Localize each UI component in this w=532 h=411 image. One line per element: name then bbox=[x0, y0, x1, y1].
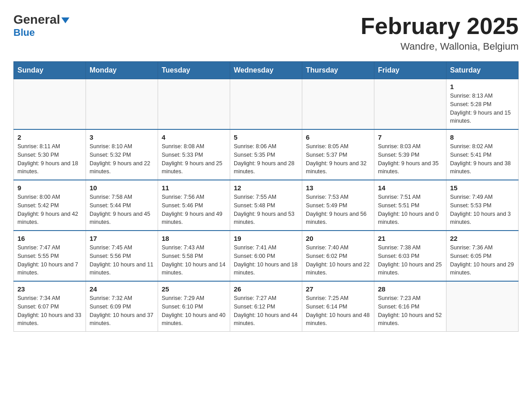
day-number: 18 bbox=[162, 235, 226, 242]
day-header-tuesday: Tuesday bbox=[158, 62, 230, 79]
calendar-cell: 12Sunrise: 7:55 AM Sunset: 5:48 PM Dayli… bbox=[230, 180, 302, 231]
page-header: General Blue February 2025 Wandre, Wallo… bbox=[13, 13, 519, 52]
day-number: 16 bbox=[17, 235, 82, 242]
day-info: Sunrise: 8:03 AM Sunset: 5:39 PM Dayligh… bbox=[378, 142, 442, 176]
day-number: 12 bbox=[234, 184, 298, 192]
day-number: 6 bbox=[306, 133, 370, 141]
week-row-1: 1Sunrise: 8:13 AM Sunset: 5:28 PM Daylig… bbox=[14, 79, 519, 130]
day-number: 19 bbox=[234, 235, 298, 242]
week-row-4: 16Sunrise: 7:47 AM Sunset: 5:55 PM Dayli… bbox=[14, 231, 519, 281]
day-info: Sunrise: 7:23 AM Sunset: 6:16 PM Dayligh… bbox=[378, 294, 442, 328]
day-info: Sunrise: 7:34 AM Sunset: 6:07 PM Dayligh… bbox=[17, 294, 82, 328]
calendar-cell bbox=[374, 79, 446, 130]
day-number: 27 bbox=[306, 285, 370, 293]
logo: General Blue bbox=[13, 13, 69, 39]
day-number: 7 bbox=[378, 133, 442, 141]
day-info: Sunrise: 7:43 AM Sunset: 5:58 PM Dayligh… bbox=[162, 244, 226, 277]
day-number: 20 bbox=[306, 235, 370, 242]
calendar-header-row: SundayMondayTuesdayWednesdayThursdayFrid… bbox=[14, 62, 519, 79]
day-number: 3 bbox=[90, 133, 154, 141]
day-info: Sunrise: 8:11 AM Sunset: 5:30 PM Dayligh… bbox=[17, 142, 82, 176]
day-header-saturday: Saturday bbox=[446, 62, 519, 79]
calendar-cell bbox=[14, 79, 86, 130]
calendar-cell: 8Sunrise: 8:02 AM Sunset: 5:41 PM Daylig… bbox=[446, 129, 519, 180]
calendar-cell bbox=[302, 79, 374, 130]
calendar-cell: 19Sunrise: 7:41 AM Sunset: 6:00 PM Dayli… bbox=[230, 231, 302, 281]
day-header-wednesday: Wednesday bbox=[230, 62, 302, 79]
calendar-cell: 15Sunrise: 7:49 AM Sunset: 5:53 PM Dayli… bbox=[446, 180, 519, 231]
calendar-cell: 25Sunrise: 7:29 AM Sunset: 6:10 PM Dayli… bbox=[158, 281, 230, 332]
day-number: 4 bbox=[162, 133, 226, 141]
calendar-cell: 24Sunrise: 7:32 AM Sunset: 6:09 PM Dayli… bbox=[86, 281, 158, 332]
logo-general: General bbox=[13, 13, 69, 26]
day-number: 26 bbox=[234, 285, 298, 293]
day-number: 8 bbox=[450, 133, 515, 141]
day-info: Sunrise: 8:10 AM Sunset: 5:32 PM Dayligh… bbox=[90, 142, 154, 176]
day-number: 15 bbox=[450, 184, 515, 192]
day-number: 11 bbox=[162, 184, 226, 192]
calendar-cell: 6Sunrise: 8:05 AM Sunset: 5:37 PM Daylig… bbox=[302, 129, 374, 180]
day-number: 1 bbox=[450, 83, 515, 90]
calendar-cell: 26Sunrise: 7:27 AM Sunset: 6:12 PM Dayli… bbox=[230, 281, 302, 332]
calendar-cell: 3Sunrise: 8:10 AM Sunset: 5:32 PM Daylig… bbox=[86, 129, 158, 180]
calendar-cell: 2Sunrise: 8:11 AM Sunset: 5:30 PM Daylig… bbox=[14, 129, 86, 180]
day-number: 28 bbox=[378, 285, 442, 293]
day-number: 10 bbox=[90, 184, 154, 192]
calendar-title: February 2025 bbox=[360, 13, 519, 39]
day-number: 14 bbox=[378, 184, 442, 192]
calendar-cell: 18Sunrise: 7:43 AM Sunset: 5:58 PM Dayli… bbox=[158, 231, 230, 281]
day-info: Sunrise: 8:05 AM Sunset: 5:37 PM Dayligh… bbox=[306, 142, 370, 176]
day-header-sunday: Sunday bbox=[14, 62, 86, 79]
calendar-table: SundayMondayTuesdayWednesdayThursdayFrid… bbox=[13, 61, 519, 332]
day-number: 25 bbox=[162, 285, 226, 293]
calendar-cell: 13Sunrise: 7:53 AM Sunset: 5:49 PM Dayli… bbox=[302, 180, 374, 231]
calendar-subtitle: Wandre, Wallonia, Belgium bbox=[360, 41, 519, 52]
day-info: Sunrise: 7:29 AM Sunset: 6:10 PM Dayligh… bbox=[162, 294, 226, 328]
day-info: Sunrise: 7:41 AM Sunset: 6:00 PM Dayligh… bbox=[234, 244, 298, 277]
calendar-cell: 22Sunrise: 7:36 AM Sunset: 6:05 PM Dayli… bbox=[446, 231, 519, 281]
calendar-cell: 27Sunrise: 7:25 AM Sunset: 6:14 PM Dayli… bbox=[302, 281, 374, 332]
day-info: Sunrise: 7:49 AM Sunset: 5:53 PM Dayligh… bbox=[450, 193, 515, 227]
calendar-cell bbox=[158, 79, 230, 130]
calendar-cell: 17Sunrise: 7:45 AM Sunset: 5:56 PM Dayli… bbox=[86, 231, 158, 281]
day-number: 23 bbox=[17, 285, 82, 293]
day-info: Sunrise: 7:36 AM Sunset: 6:05 PM Dayligh… bbox=[450, 244, 515, 277]
day-info: Sunrise: 7:51 AM Sunset: 5:51 PM Dayligh… bbox=[378, 193, 442, 227]
calendar-cell: 11Sunrise: 7:56 AM Sunset: 5:46 PM Dayli… bbox=[158, 180, 230, 231]
day-info: Sunrise: 7:32 AM Sunset: 6:09 PM Dayligh… bbox=[90, 294, 154, 328]
day-info: Sunrise: 7:55 AM Sunset: 5:48 PM Dayligh… bbox=[234, 193, 298, 227]
day-number: 9 bbox=[17, 184, 82, 192]
day-info: Sunrise: 8:06 AM Sunset: 5:35 PM Dayligh… bbox=[234, 142, 298, 176]
calendar-cell: 9Sunrise: 8:00 AM Sunset: 5:42 PM Daylig… bbox=[14, 180, 86, 231]
day-number: 17 bbox=[90, 235, 154, 242]
calendar-cell bbox=[230, 79, 302, 130]
day-info: Sunrise: 7:38 AM Sunset: 6:03 PM Dayligh… bbox=[378, 244, 442, 277]
day-number: 22 bbox=[450, 235, 515, 242]
calendar-cell: 5Sunrise: 8:06 AM Sunset: 5:35 PM Daylig… bbox=[230, 129, 302, 180]
day-info: Sunrise: 7:45 AM Sunset: 5:56 PM Dayligh… bbox=[90, 244, 154, 277]
calendar-cell: 4Sunrise: 8:08 AM Sunset: 5:33 PM Daylig… bbox=[158, 129, 230, 180]
calendar-cell: 10Sunrise: 7:58 AM Sunset: 5:44 PM Dayli… bbox=[86, 180, 158, 231]
week-row-2: 2Sunrise: 8:11 AM Sunset: 5:30 PM Daylig… bbox=[14, 129, 519, 180]
calendar-cell: 20Sunrise: 7:40 AM Sunset: 6:02 PM Dayli… bbox=[302, 231, 374, 281]
calendar-cell: 14Sunrise: 7:51 AM Sunset: 5:51 PM Dayli… bbox=[374, 180, 446, 231]
calendar-cell: 7Sunrise: 8:03 AM Sunset: 5:39 PM Daylig… bbox=[374, 129, 446, 180]
calendar-cell bbox=[446, 281, 519, 332]
day-info: Sunrise: 7:56 AM Sunset: 5:46 PM Dayligh… bbox=[162, 193, 226, 227]
day-info: Sunrise: 7:25 AM Sunset: 6:14 PM Dayligh… bbox=[306, 294, 370, 328]
calendar-cell: 23Sunrise: 7:34 AM Sunset: 6:07 PM Dayli… bbox=[14, 281, 86, 332]
day-info: Sunrise: 7:40 AM Sunset: 6:02 PM Dayligh… bbox=[306, 244, 370, 277]
calendar-cell: 16Sunrise: 7:47 AM Sunset: 5:55 PM Dayli… bbox=[14, 231, 86, 281]
day-info: Sunrise: 8:00 AM Sunset: 5:42 PM Dayligh… bbox=[17, 193, 82, 227]
day-header-thursday: Thursday bbox=[302, 62, 374, 79]
day-header-friday: Friday bbox=[374, 62, 446, 79]
week-row-3: 9Sunrise: 8:00 AM Sunset: 5:42 PM Daylig… bbox=[14, 180, 519, 231]
logo-blue: Blue bbox=[13, 27, 35, 39]
day-number: 21 bbox=[378, 235, 442, 242]
calendar-cell: 28Sunrise: 7:23 AM Sunset: 6:16 PM Dayli… bbox=[374, 281, 446, 332]
day-info: Sunrise: 7:47 AM Sunset: 5:55 PM Dayligh… bbox=[17, 244, 82, 277]
day-info: Sunrise: 8:13 AM Sunset: 5:28 PM Dayligh… bbox=[450, 92, 515, 125]
day-info: Sunrise: 7:27 AM Sunset: 6:12 PM Dayligh… bbox=[234, 294, 298, 328]
day-info: Sunrise: 8:08 AM Sunset: 5:33 PM Dayligh… bbox=[162, 142, 226, 176]
calendar-cell bbox=[86, 79, 158, 130]
